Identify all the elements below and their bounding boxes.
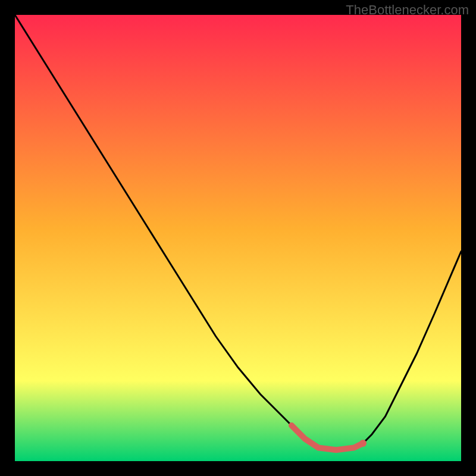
- gradient-background: [15, 15, 461, 461]
- optimal-end-dot: [359, 440, 367, 447]
- chart-svg: [15, 15, 461, 461]
- watermark-text: TheBottlenecker.com: [346, 2, 469, 18]
- chart-frame: [15, 15, 461, 461]
